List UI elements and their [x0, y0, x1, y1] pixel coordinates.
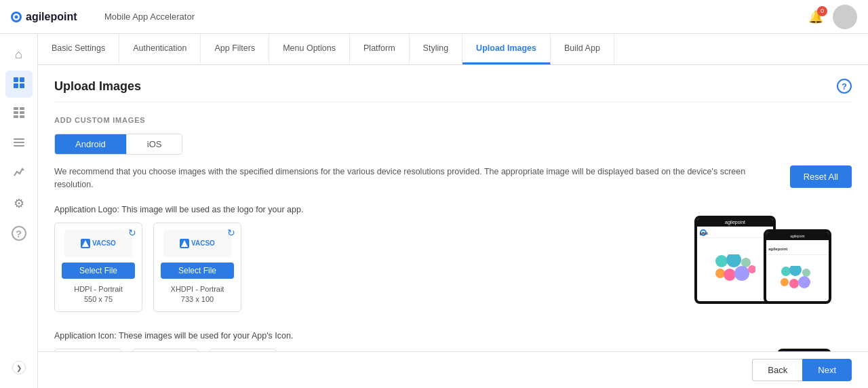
- sidebar-collapse-arrow[interactable]: ❯: [12, 361, 26, 374]
- tab-menu-options[interactable]: Menu Options: [269, 34, 350, 64]
- phone-dots-visual: [781, 266, 814, 290]
- tab-ios[interactable]: iOS: [127, 134, 182, 154]
- sidebar-item-settings[interactable]: ⚙: [5, 190, 33, 217]
- header-right: 🔔 0: [808, 5, 857, 29]
- bottom-bar: Back Next: [38, 351, 868, 388]
- tab-upload-images[interactable]: Upload Images: [462, 34, 551, 64]
- gear-icon: ⚙: [14, 196, 24, 211]
- xhdpi-preview: VACSO: [163, 230, 231, 257]
- next-button[interactable]: Next: [802, 359, 852, 381]
- analytics-icon: [13, 166, 25, 182]
- svg-point-37: [798, 276, 810, 288]
- home-icon: ⌂: [15, 47, 22, 62]
- icon-card-2: ↻ a: [132, 349, 199, 351]
- icon-card-3: ↻ a: [209, 349, 277, 351]
- svg-rect-16: [14, 145, 24, 147]
- svg-rect-12: [14, 115, 18, 118]
- hdpi-label: HDPI - Portrait 550 x 75: [74, 284, 123, 305]
- hdpi-preview: VACSO: [64, 230, 132, 257]
- app-title: Mobile App Accelerator: [104, 12, 195, 22]
- tab-authentication[interactable]: Authentication: [119, 34, 201, 64]
- sidebar-item-apps[interactable]: [5, 71, 33, 98]
- notification-bell[interactable]: 🔔 0: [808, 9, 823, 24]
- hdpi-refresh-icon[interactable]: ↻: [128, 227, 136, 238]
- svg-text:agilepoint: agilepoint: [26, 11, 77, 22]
- xhdpi-label: XHDPI - Portrait 733 x 100: [171, 284, 224, 305]
- layout: ⌂: [0, 34, 868, 388]
- grid-icon: [13, 106, 25, 122]
- device-preview-group: agilepoint agilepoint: [694, 216, 831, 304]
- sidebar: ⌂: [0, 34, 38, 388]
- icon-card-1: ↻ a: [54, 349, 122, 351]
- main-content: Basic Settings Authentication App Filter…: [38, 34, 868, 388]
- header: agilepoint Mobile App Accelerator 🔔 0: [0, 0, 868, 34]
- svg-rect-4: [14, 77, 18, 82]
- info-row: We recommend that you choose images with…: [54, 166, 852, 191]
- sidebar-item-grid[interactable]: [5, 100, 33, 128]
- svg-point-32: [781, 267, 791, 276]
- phone-header-bar: agilepoint: [766, 232, 829, 240]
- icon-cards-group: ↻ a ↻ a ↻: [54, 349, 277, 351]
- svg-point-34: [802, 269, 810, 277]
- phone-preview-group: agilepoint agilepoint: [770, 229, 831, 304]
- agilepoint-logo-icon: agilepoint: [11, 7, 92, 27]
- tab-android[interactable]: Android: [55, 134, 127, 154]
- hdpi-select-file-button[interactable]: Select File: [62, 263, 135, 279]
- xhdpi-select-file-button[interactable]: Select File: [161, 263, 234, 279]
- apps-icon: [12, 76, 26, 93]
- svg-text:agilepoint: agilepoint: [700, 231, 708, 235]
- help-icon: ?: [12, 226, 26, 241]
- vacso-logo-hdpi: VACSO: [81, 239, 116, 248]
- tab-app-filters[interactable]: App Filters: [201, 34, 269, 64]
- help-circle-icon[interactable]: ?: [837, 79, 852, 94]
- svg-rect-9: [20, 107, 24, 110]
- chevron-right-icon: ❯: [16, 364, 22, 372]
- vacso-logo-xhdpi: VACSO: [180, 239, 215, 248]
- user-avatar[interactable]: [833, 5, 857, 29]
- tab-build-app[interactable]: Build App: [551, 34, 614, 64]
- logo-image-cards: ↻ VACSO Select File: [54, 222, 241, 313]
- phone-dots-area: [766, 255, 829, 301]
- svg-rect-5: [20, 77, 24, 82]
- logo-area: agilepoint Mobile App Accelerator: [11, 7, 195, 27]
- page-content: Upload Images ? ADD CUSTOM IMAGES Androi…: [38, 65, 868, 351]
- tab-basic-settings[interactable]: Basic Settings: [38, 34, 119, 64]
- page-title: Upload Images: [54, 79, 141, 94]
- svg-rect-14: [14, 138, 24, 140]
- back-button[interactable]: Back: [752, 359, 802, 381]
- svg-rect-13: [20, 115, 24, 118]
- sidebar-item-analytics[interactable]: [5, 160, 33, 187]
- list-icon: [13, 136, 25, 152]
- tablet-agile-logo-icon: agilepoint: [700, 229, 709, 236]
- svg-point-27: [741, 258, 751, 267]
- svg-rect-11: [20, 111, 24, 114]
- app-icon-label: Application Icon: These images will be u…: [54, 331, 852, 341]
- svg-point-2: [15, 15, 18, 18]
- tab-styling[interactable]: Styling: [410, 34, 463, 64]
- phone-preview: agilepoint agilepoint: [764, 229, 831, 304]
- vacso-triangle-icon: [81, 239, 90, 248]
- svg-point-28: [715, 269, 725, 278]
- sidebar-item-list[interactable]: [5, 130, 33, 157]
- svg-rect-10: [14, 111, 18, 114]
- reset-all-button[interactable]: Reset All: [790, 166, 852, 188]
- section-label: ADD CUSTOM IMAGES: [54, 116, 852, 124]
- svg-point-25: [715, 255, 728, 267]
- logo-section-row: ↻ VACSO Select File: [54, 222, 852, 326]
- sidebar-item-home[interactable]: ⌂: [5, 41, 33, 68]
- platform-tab-group: Android iOS: [54, 134, 182, 155]
- xhdpi-refresh-icon[interactable]: ↻: [227, 227, 235, 238]
- phone-logo-bar: agilepoint: [766, 240, 829, 255]
- tablet-dots-visual: [715, 254, 755, 285]
- notification-badge: 0: [817, 6, 827, 16]
- tablet-logo-bar: agilepoint: [697, 227, 773, 238]
- xhdpi-card: ↻ VACSO Select File: [153, 222, 241, 313]
- tablet-header-bar: agilepoint: [697, 218, 773, 227]
- svg-point-33: [789, 266, 802, 276]
- app-logo-label: Application Logo: This image will be use…: [54, 205, 852, 214]
- tab-bar: Basic Settings Authentication App Filter…: [38, 34, 868, 65]
- tab-platform[interactable]: Platform: [350, 34, 410, 64]
- sidebar-item-help[interactable]: ?: [5, 220, 33, 247]
- tablet-dots-area: [697, 238, 773, 301]
- svg-rect-15: [14, 142, 24, 143]
